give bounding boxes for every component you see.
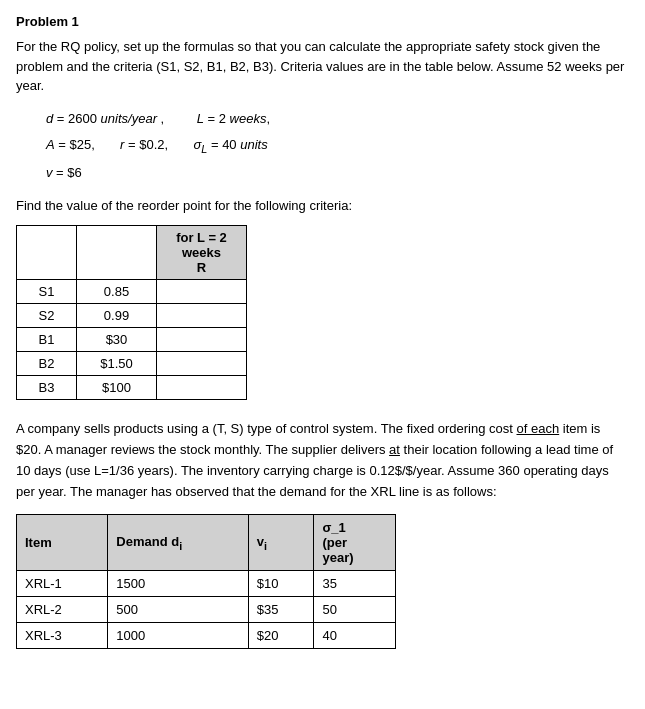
criteria-r [157,280,247,304]
criteria-row: B2 $1.50 [17,352,247,376]
criteria-header-empty2 [77,226,157,280]
items-row: XRL-3 1000 $20 40 [17,623,396,649]
bullet-2-r: r [120,137,124,152]
bullet-2-text: A = $25, r = $0.2, σL = 40 units [46,132,268,160]
criteria-header-L: for L = 2 weeks R [157,226,247,280]
section2-text: A company sells products using a (T, S) … [16,419,629,502]
bullet-3-text: v = $6 [46,160,82,186]
item-sigma: 35 [314,571,396,597]
criteria-header-R: R [165,260,238,275]
items-header-demand: Demand di [108,515,249,571]
items-header-sigma: σ_1(peryear) [314,515,396,571]
find-text: Find the value of the reorder point for … [16,196,629,216]
problem-title: Problem 1 [16,14,629,29]
criteria-name: B1 [17,328,77,352]
item-name: XRL-3 [17,623,108,649]
criteria-name: B2 [17,352,77,376]
bullet-3: v = $6 [46,160,629,186]
items-header-item: Item [17,515,108,571]
bullet-3-v: v [46,165,53,180]
bullet-1-L: L [197,111,204,126]
criteria-row: S2 0.99 [17,304,247,328]
item-demand: 1000 [108,623,249,649]
criteria-row: B1 $30 [17,328,247,352]
criteria-r [157,376,247,400]
criteria-r [157,328,247,352]
criteria-name: B3 [17,376,77,400]
bullet-1-text: d = 2600 units/year , L = 2 weeks, [46,106,270,132]
item-v: $10 [248,571,314,597]
criteria-table-wrapper: for L = 2 weeks R S1 0.85 S2 0.99 B1 $30… [16,225,247,400]
items-header-v: vi [248,515,314,571]
item-v: $35 [248,597,314,623]
criteria-value: $1.50 [77,352,157,376]
intro-text: For the RQ policy, set up the formulas s… [16,37,629,96]
bullet-2-sigma: σL [193,137,207,152]
bullet-2: A = $25, r = $0.2, σL = 40 units [46,132,629,160]
criteria-r [157,304,247,328]
criteria-name: S1 [17,280,77,304]
bullet-1-weeks: weeks [230,111,267,126]
item-demand: 1500 [108,571,249,597]
underline-at: at [389,442,400,457]
bullet-list: d = 2600 units/year , L = 2 weeks, A = $… [46,106,629,186]
bullet-1-units: units/year [101,111,157,126]
items-row: XRL-1 1500 $10 35 [17,571,396,597]
item-v: $20 [248,623,314,649]
criteria-name: S2 [17,304,77,328]
bullet-1: d = 2600 units/year , L = 2 weeks, [46,106,629,132]
criteria-value: 0.99 [77,304,157,328]
criteria-value: 0.85 [77,280,157,304]
bullet-2-units: units [240,137,267,152]
criteria-row: B3 $100 [17,376,247,400]
criteria-header-L-line2: weeks [165,245,238,260]
item-sigma: 40 [314,623,396,649]
criteria-row: S1 0.85 [17,280,247,304]
bullet-2-A: A [46,137,55,152]
item-name: XRL-1 [17,571,108,597]
bullet-1-left: d [46,111,53,126]
items-row: XRL-2 500 $35 50 [17,597,396,623]
criteria-header-empty1 [17,226,77,280]
items-table: Item Demand di vi σ_1(peryear) XRL-1 150… [16,514,396,649]
criteria-r [157,352,247,376]
criteria-value: $30 [77,328,157,352]
criteria-table: for L = 2 weeks R S1 0.85 S2 0.99 B1 $30… [16,225,247,400]
criteria-header-L-line1: for L = 2 [165,230,238,245]
criteria-value: $100 [77,376,157,400]
underline-of-each: of each [517,421,560,436]
item-name: XRL-2 [17,597,108,623]
item-demand: 500 [108,597,249,623]
item-sigma: 50 [314,597,396,623]
